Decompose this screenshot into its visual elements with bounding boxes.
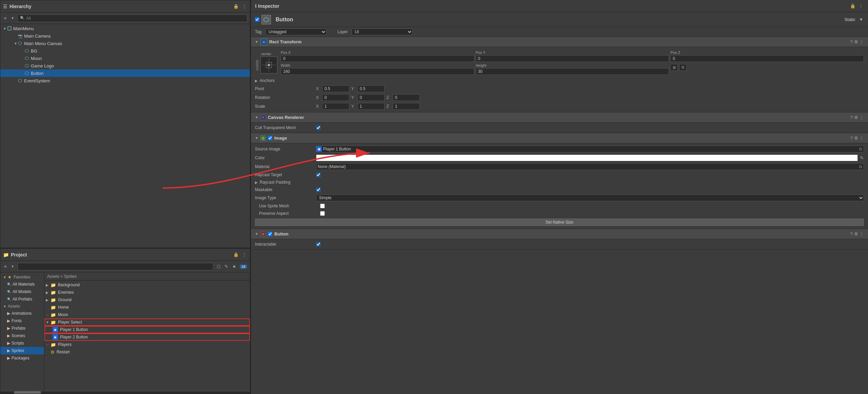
sidebar-item-packages[interactable]: ▶ Packages [0, 354, 44, 362]
file-item-moon[interactable]: ··· 📁 Moon [44, 311, 250, 318]
tree-item-gamelogo[interactable]: Game Logo [0, 62, 250, 69]
sidebar-item-prefabs[interactable]: ▶ Prefabs [0, 325, 44, 332]
project-menu-btn[interactable]: ⋮ [241, 251, 247, 258]
image-type-dropdown[interactable]: Simple [316, 194, 864, 201]
tree-item-bg[interactable]: BG [0, 47, 250, 55]
tree-label-gamelogo: Game Logo [31, 63, 54, 68]
source-image-select-dot[interactable]: ⊙ [857, 147, 864, 151]
inspector-scroll[interactable]: ▼ ⊞ Rect Transform ? ⚙ ⋮ cen [251, 37, 868, 394]
project-search-input[interactable] [18, 263, 213, 270]
sidebar-item-all-prefabs[interactable]: 🔍 All Prefabs [0, 295, 44, 303]
favorites-header: ▼ ★ Favorites [0, 274, 44, 281]
height-input[interactable] [476, 68, 669, 75]
project-filter2-btn[interactable]: ✎ [224, 263, 229, 270]
sidebar-item-animations[interactable]: ▶ Animations [0, 310, 44, 317]
project-sidebar: ▼ ★ Favorites 🔍 All Materials 🔍 All Mode… [0, 272, 44, 391]
pivot-x-input[interactable] [322, 85, 349, 92]
button-enabled-checkbox[interactable] [268, 232, 272, 236]
r-btn[interactable]: R [679, 64, 687, 71]
cr-help-btns[interactable]: ? ⚙ ⋮ [850, 115, 864, 120]
sidebar-item-scripts[interactable]: ▶ Scripts [0, 339, 44, 347]
project-add-dropdown[interactable]: ▼ [10, 264, 15, 269]
sidebar-item-all-models[interactable]: 🔍 All Models [0, 288, 44, 295]
width-input[interactable] [281, 68, 474, 75]
raycast-target-checkbox[interactable] [316, 172, 321, 177]
button-help-btns[interactable]: ? ⚙ ⋮ [850, 231, 864, 236]
raycast-padding-toggle[interactable]: ▶ [255, 181, 258, 184]
project-star-btn[interactable]: ★ [232, 263, 237, 270]
raycast-padding-label: Raycast Padding [260, 180, 291, 185]
anchors-toggle[interactable]: ▶ [255, 79, 258, 83]
hierarchy-add-btn[interactable]: + [3, 15, 7, 22]
rt-help-btns[interactable]: ? ⚙ ⋮ [850, 39, 864, 44]
source-image-ref[interactable]: ▣ Player 1 Button ⊙ [316, 146, 864, 152]
file-item-restart[interactable]: ⚙ Restart [44, 348, 250, 356]
tag-label: Tag [255, 29, 261, 34]
pos-x-label: Pos X [281, 50, 474, 55]
sidebar-item-sprites[interactable]: ▶ Sprites [0, 347, 44, 354]
sidebar-item-all-materials[interactable]: 🔍 All Materials [0, 281, 44, 288]
folder-icon-scenes: ▶ [7, 333, 10, 338]
tree-item-eventsystem[interactable]: EventSystem [0, 77, 250, 84]
inspector-lock-btn[interactable]: 🔒 [849, 3, 856, 9]
object-checkbox[interactable] [255, 17, 259, 22]
rot-x-input[interactable] [322, 94, 349, 101]
pos-z-input[interactable] [670, 55, 864, 62]
tree-item-mainmenu[interactable]: ▼ MainMenu [0, 25, 250, 32]
project-filter1-btn[interactable]: ⬡ [216, 263, 221, 270]
scale-y-input[interactable] [357, 103, 384, 110]
hierarchy-menu-btn[interactable]: ⋮ [241, 3, 247, 9]
image-help-btns[interactable]: ? ⚙ ⋮ [850, 136, 864, 141]
file-item-background[interactable]: ▶ 📁 Background [44, 281, 250, 289]
tree-item-mainmenucanvas[interactable]: ▼ Main Menu Canvas [0, 40, 250, 47]
set-native-size-btn[interactable]: Set Native Size [255, 219, 864, 226]
file-item-players[interactable]: ··· 📁 Players [44, 341, 250, 348]
pos-x-input[interactable] [281, 55, 474, 62]
hierarchy-add-dropdown[interactable]: ▼ [10, 16, 15, 21]
layer-dropdown[interactable]: UI [352, 28, 413, 35]
file-item-player-select[interactable]: ▼ 📁 Player Select [44, 318, 250, 326]
material-ref[interactable]: None (Material) ⊙ [316, 163, 864, 170]
image-header: ▼ 🖼 Image ? ⚙ ⋮ [251, 133, 868, 143]
project-scrollbar-thumb[interactable] [14, 391, 41, 394]
tag-dropdown[interactable]: Untagged [265, 28, 327, 35]
scale-x-input[interactable] [322, 103, 349, 110]
file-item-ground[interactable]: ▶ 📁 Ground [44, 296, 250, 304]
search-icon-mod: 🔍 [7, 290, 11, 294]
file-item-player2btn[interactable]: ▣ Player 2 Button [44, 333, 250, 341]
file-item-home[interactable]: 📁 Home [44, 304, 250, 311]
interactable-checkbox[interactable] [316, 242, 321, 247]
svg-marker-3 [25, 57, 28, 60]
color-swatch[interactable] [316, 154, 858, 161]
rot-y-input[interactable] [357, 94, 384, 101]
pivot-y-input[interactable] [357, 85, 384, 92]
cull-transparent-checkbox[interactable] [316, 125, 321, 130]
camera-icon: 📷 [18, 34, 23, 38]
scale-z-input[interactable] [393, 103, 420, 110]
static-dropdown-btn[interactable]: ▼ [858, 16, 864, 23]
file-item-player1btn[interactable]: ▣ Player 1 Button [44, 326, 250, 333]
project-add-btn[interactable]: + [3, 263, 7, 270]
preserve-aspect-checkbox[interactable] [320, 211, 325, 216]
blueprint-btn[interactable]: ⊞ [670, 64, 678, 71]
project-lock-btn[interactable]: 🔒 [233, 251, 239, 258]
inspector-menu-btn[interactable]: ⋮ [858, 3, 864, 9]
sidebar-item-fonts[interactable]: ▶ Fonts [0, 317, 44, 325]
color-picker-btn[interactable]: ✎ [860, 155, 864, 161]
sidebar-item-scenes[interactable]: ▶ Scenes [0, 332, 44, 339]
use-sprite-mesh-checkbox[interactable] [320, 204, 325, 208]
pivot-x-label: X [316, 86, 320, 91]
hierarchy-header-icons: 🔒 ⋮ [233, 3, 247, 9]
tree-item-moon[interactable]: Moon [0, 55, 250, 62]
tree-item-maincamera[interactable]: 📷 Main Camera [0, 32, 250, 40]
hierarchy-lock-btn[interactable]: 🔒 [233, 3, 239, 9]
pos-y-input[interactable] [476, 55, 669, 62]
rot-z-input[interactable] [393, 94, 420, 101]
project-scrollbar[interactable] [0, 391, 250, 394]
rot-z-label: Z [387, 95, 391, 100]
maskable-checkbox[interactable] [316, 187, 321, 192]
material-select-dot[interactable]: ⊙ [857, 164, 864, 169]
file-item-enemies[interactable]: ▶ 📁 Enemies [44, 289, 250, 296]
tree-item-button[interactable]: Button [0, 69, 250, 77]
image-enabled-checkbox[interactable] [268, 136, 272, 140]
